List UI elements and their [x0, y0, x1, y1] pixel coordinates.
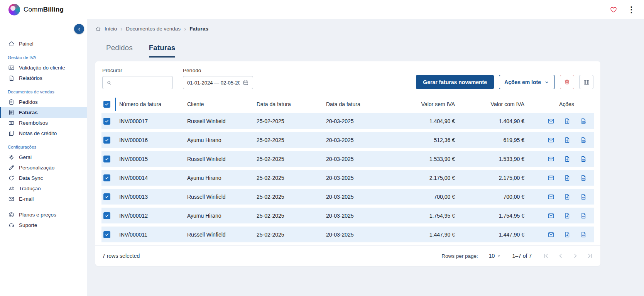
table-row[interactable]: INV/000014 Ayumu Hirano 25-02-2025 20-03… [101, 170, 594, 186]
sidebar-item-geral[interactable]: Geral [0, 152, 87, 162]
sidebar-item-pedidos[interactable]: Pedidos [0, 97, 87, 107]
first-page-icon[interactable] [543, 252, 549, 259]
download-pdf-icon[interactable] [564, 174, 571, 181]
brand[interactable]: CommBilling [8, 4, 64, 15]
main-content: Início › Documentos de vendas › Faturas … [88, 0, 644, 266]
sidebar-item-planos-precos[interactable]: Planos e preços [0, 210, 87, 220]
sync-icon [8, 175, 15, 181]
row-checkbox[interactable] [103, 212, 110, 219]
download-pdf-icon[interactable] [564, 212, 571, 219]
table-row[interactable]: INV/000017 Russell Winfield 25-02-2025 2… [101, 113, 594, 129]
email-icon [8, 196, 15, 202]
tab-pedidos[interactable]: Pedidos [106, 44, 133, 58]
sidebar-item-personalizacao[interactable]: Personalização [0, 162, 87, 173]
nav-label: Validação do cliente [19, 65, 65, 71]
search-input[interactable] [114, 80, 169, 86]
favorites-heart-icon[interactable] [610, 6, 617, 14]
header-divider [115, 98, 116, 111]
calendar-icon[interactable] [243, 79, 249, 86]
period-label: Período [183, 68, 253, 73]
delete-button[interactable] [560, 75, 574, 89]
sidebar-item-data-sync[interactable]: Data Sync [0, 173, 87, 183]
download-xml-icon[interactable]: XML [580, 231, 587, 238]
filters-row: Procurar Período Gerar faturas novamente… [95, 61, 600, 91]
topbar: CommBilling ⋮ [0, 0, 644, 19]
download-xml-icon[interactable]: XML [580, 137, 587, 144]
period-input[interactable] [187, 80, 240, 86]
select-all-checkbox[interactable] [103, 101, 110, 108]
send-email-icon[interactable] [548, 193, 554, 200]
sidebar-item-validacao-cliente[interactable]: Validação do cliente [0, 63, 87, 73]
download-pdf-icon[interactable] [564, 231, 571, 238]
download-xml-icon[interactable]: XML [580, 174, 587, 181]
column-header-client[interactable]: Cliente [187, 101, 257, 107]
row-checkbox[interactable] [103, 231, 110, 238]
app-logo-icon [8, 4, 20, 15]
batch-actions-button[interactable]: Ações em lote [499, 75, 555, 89]
sidebar-item-traducao[interactable]: Tradução [0, 183, 87, 194]
column-header-invoice-date[interactable]: Data da fatura [257, 101, 326, 107]
row-checkbox[interactable] [103, 118, 110, 125]
section-title-gestao-iva: Gestão de IVA [0, 49, 87, 63]
download-xml-icon[interactable]: XML [580, 156, 587, 162]
sidebar-item-reembolsos[interactable]: Reembolsos [0, 118, 87, 128]
download-pdf-icon[interactable] [564, 137, 571, 144]
table-row[interactable]: INV/000013 Russell Winfield 25-02-2025 2… [101, 189, 594, 205]
breadcrumb-documentos-vendas[interactable]: Documentos de vendas [126, 26, 181, 32]
last-page-icon[interactable] [587, 252, 593, 259]
breadcrumb-inicio[interactable]: Início [105, 26, 117, 32]
gross-amount-cell: 700,00 € [459, 194, 528, 200]
column-settings-button[interactable] [579, 75, 593, 89]
nav-label: Suporte [19, 222, 37, 228]
sidebar-item-faturas[interactable]: Faturas [0, 107, 87, 118]
table-row[interactable]: INV/000012 Ayumu Hirano 25-02-2025 20-03… [101, 208, 594, 223]
row-checkbox[interactable] [103, 174, 110, 181]
row-actions-cell: XML [528, 174, 594, 181]
nav-label: Personalização [19, 165, 54, 171]
send-email-icon[interactable] [548, 231, 554, 238]
table-row[interactable]: INV/000011 Russell Winfield 25-02-2025 2… [101, 227, 594, 242]
row-checkbox[interactable] [103, 156, 110, 162]
svg-text:XML: XML [582, 235, 586, 237]
sidebar-item-painel[interactable]: Painel [0, 39, 87, 49]
tab-faturas[interactable]: Faturas [149, 44, 176, 58]
download-pdf-icon[interactable] [564, 193, 571, 200]
sidebar-item-email[interactable]: E-mail [0, 194, 87, 204]
more-menu-icon[interactable]: ⋮ [627, 5, 636, 14]
row-checkbox[interactable] [103, 137, 110, 144]
column-header-due-date[interactable]: Data da fatura [326, 101, 396, 107]
send-email-icon[interactable] [548, 174, 554, 181]
next-page-icon[interactable] [572, 252, 579, 259]
nav-label: Tradução [19, 186, 41, 191]
previous-page-icon[interactable] [557, 252, 564, 259]
download-pdf-icon[interactable] [564, 156, 571, 162]
sidebar-item-relatorios[interactable]: Relatórios [0, 73, 87, 83]
rows-per-page-select[interactable]: 10 [489, 253, 502, 259]
svg-text:XML: XML [582, 140, 586, 142]
report-icon [8, 75, 15, 81]
download-xml-icon[interactable]: XML [580, 193, 587, 200]
sidebar-item-suporte[interactable]: Suporte [0, 220, 87, 230]
column-header-invoice[interactable]: Número da fatura [119, 101, 187, 107]
sidebar-collapse-button[interactable] [74, 24, 84, 34]
send-email-icon[interactable] [548, 118, 554, 125]
download-pdf-icon[interactable] [564, 118, 571, 125]
download-xml-icon[interactable]: XML [580, 212, 587, 219]
column-header-net[interactable]: Valor sem IVA [396, 101, 459, 107]
row-checkbox[interactable] [103, 193, 110, 200]
breadcrumb-home-icon[interactable] [95, 26, 101, 32]
pagination-range-text: 1–7 of 7 [512, 253, 532, 259]
sidebar-item-notas-credito[interactable]: Notas de crédito [0, 128, 87, 139]
table-row[interactable]: INV/000015 Russell Winfield 25-02-2025 2… [101, 151, 594, 167]
chevron-down-icon [497, 254, 501, 258]
send-email-icon[interactable] [548, 137, 554, 144]
download-xml-icon[interactable]: XML [580, 118, 587, 125]
row-checkbox-cell [101, 212, 119, 219]
send-email-icon[interactable] [548, 212, 554, 219]
svg-text:XML: XML [582, 178, 586, 180]
table-row[interactable]: INV/000016 Ayumu Hirano 25-02-2025 20-03… [101, 132, 594, 148]
brand-text: CommBilling [24, 6, 64, 14]
send-email-icon[interactable] [548, 156, 554, 162]
regenerate-invoices-button[interactable]: Gerar faturas novamente [416, 75, 494, 89]
column-header-gross[interactable]: Valor com IVA [459, 101, 528, 107]
